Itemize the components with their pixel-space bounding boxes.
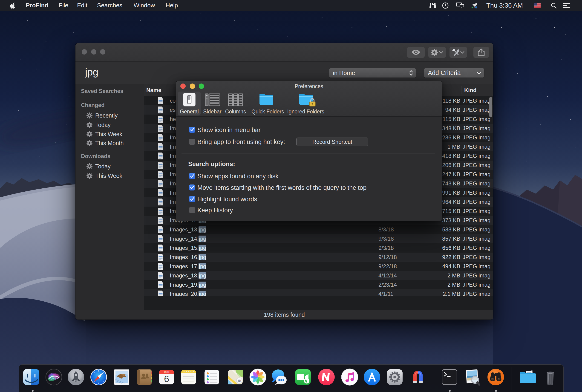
svg-text:3D: 3D — [238, 379, 241, 382]
svg-text:DEC: DEC — [164, 370, 169, 373]
svg-text:6: 6 — [164, 374, 169, 384]
